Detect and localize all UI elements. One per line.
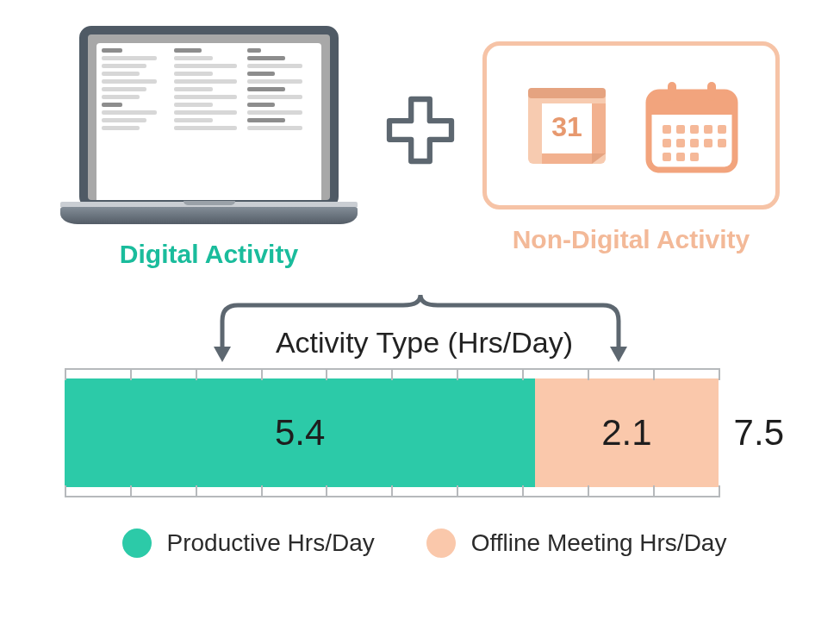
legend-productive-label: Productive Hrs/Day: [167, 529, 375, 557]
bar-segment-offline: 2.1: [535, 378, 718, 487]
svg-rect-13: [690, 125, 699, 134]
chart-legend: Productive Hrs/Day Offline Meeting Hrs/D…: [65, 529, 784, 558]
laptop-icon: [60, 26, 358, 224]
svg-rect-18: [690, 139, 699, 147]
plus-icon: [382, 91, 459, 169]
svg-rect-15: [718, 125, 726, 134]
svg-rect-16: [663, 139, 671, 147]
legend-swatch-productive-icon: [122, 529, 152, 558]
non-digital-activity-label: Non-Digital Activity: [513, 225, 750, 254]
svg-rect-8: [649, 106, 735, 115]
bar-segment-productive: 5.4: [65, 378, 535, 487]
svg-rect-20: [718, 139, 726, 147]
calendar-day-label: 31: [551, 111, 582, 142]
legend-productive: Productive Hrs/Day: [122, 529, 375, 558]
legend-swatch-offline-icon: [426, 529, 456, 558]
svg-rect-23: [690, 153, 699, 161]
non-digital-panel: 31: [482, 41, 780, 210]
total-value: 7.5: [734, 412, 784, 453]
svg-rect-14: [704, 125, 712, 134]
svg-rect-19: [704, 139, 712, 147]
top-row: Digital Activity 31: [0, 0, 840, 269]
digital-activity-group: Digital Activity: [60, 26, 358, 269]
svg-rect-4: [542, 153, 592, 164]
digital-activity-label: Digital Activity: [120, 240, 298, 269]
svg-rect-3: [592, 103, 606, 153]
legend-offline-label: Offline Meeting Hrs/Day: [471, 529, 727, 557]
non-digital-activity-group: 31: [482, 41, 780, 254]
svg-rect-17: [676, 139, 685, 147]
svg-rect-9: [668, 82, 676, 101]
svg-rect-12: [676, 125, 685, 134]
calendar-icon: [640, 73, 744, 177]
svg-rect-22: [676, 153, 685, 161]
svg-rect-11: [663, 125, 671, 134]
stacked-bar-chart: 5.42.1: [65, 368, 719, 497]
google-calendar-icon: 31: [520, 78, 614, 172]
legend-offline: Offline Meeting Hrs/Day: [426, 529, 727, 558]
svg-rect-21: [663, 153, 671, 161]
chart-area: Activity Type (Hrs/Day) 5.42.1 7.5 Produ…: [65, 326, 784, 558]
svg-rect-10: [707, 82, 716, 101]
svg-rect-1: [528, 88, 606, 98]
chart-title: Activity Type (Hrs/Day): [65, 326, 784, 360]
